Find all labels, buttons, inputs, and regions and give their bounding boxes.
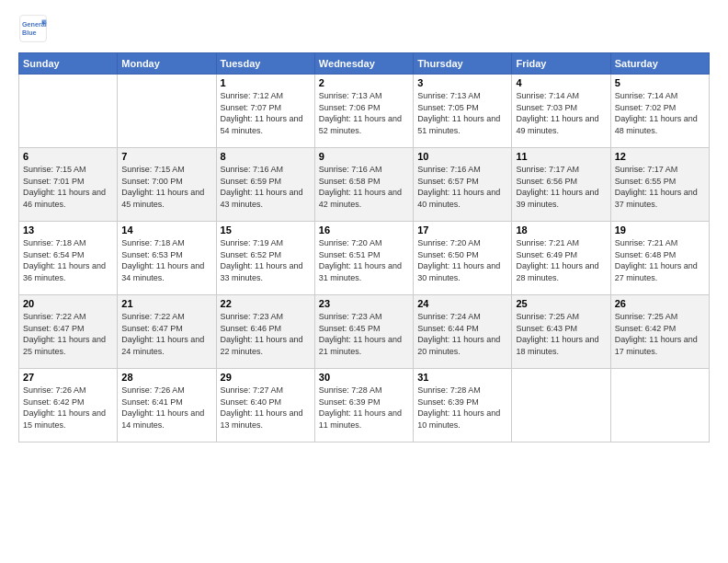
calendar-cell: 30Sunrise: 7:28 AMSunset: 6:39 PMDayligh… (314, 369, 413, 442)
weekday-header: Sunday (19, 53, 118, 75)
calendar-cell: 25Sunrise: 7:25 AMSunset: 6:43 PMDayligh… (512, 295, 610, 369)
cell-info: Sunrise: 7:12 AMSunset: 7:07 PMDaylight:… (221, 90, 311, 136)
cell-day-number: 22 (221, 298, 311, 309)
cell-info: Sunrise: 7:14 AMSunset: 7:02 PMDaylight:… (615, 90, 705, 136)
cell-day-number: 8 (221, 151, 311, 162)
calendar-week-row: 13Sunrise: 7:18 AMSunset: 6:54 PMDayligh… (19, 222, 710, 295)
cell-day-number: 6 (23, 151, 113, 162)
calendar-cell (610, 369, 709, 442)
calendar-cell: 6Sunrise: 7:15 AMSunset: 7:01 PMDaylight… (19, 148, 118, 222)
calendar-cell (19, 75, 118, 148)
cell-info: Sunrise: 7:26 AMSunset: 6:41 PMDaylight:… (121, 385, 211, 431)
calendar-cell: 19Sunrise: 7:21 AMSunset: 6:48 PMDayligh… (610, 222, 709, 295)
calendar-cell (118, 75, 216, 148)
header: General Blue (18, 14, 710, 43)
calendar-cell: 13Sunrise: 7:18 AMSunset: 6:54 PMDayligh… (19, 222, 118, 295)
svg-text:Blue: Blue (22, 29, 37, 37)
cell-day-number: 20 (23, 298, 113, 309)
cell-info: Sunrise: 7:22 AMSunset: 6:47 PMDaylight:… (121, 311, 211, 357)
cell-info: Sunrise: 7:28 AMSunset: 6:39 PMDaylight:… (417, 385, 507, 431)
cell-info: Sunrise: 7:20 AMSunset: 6:50 PMDaylight:… (417, 237, 507, 283)
weekday-header: Thursday (414, 53, 512, 75)
cell-day-number: 9 (319, 151, 409, 162)
cell-day-number: 1 (221, 77, 311, 88)
cell-day-number: 26 (615, 298, 705, 309)
cell-day-number: 25 (516, 298, 606, 309)
cell-day-number: 31 (417, 372, 507, 383)
logo: General Blue (18, 14, 51, 43)
cell-info: Sunrise: 7:21 AMSunset: 6:48 PMDaylight:… (615, 237, 705, 283)
weekday-header: Friday (512, 53, 610, 75)
cell-info: Sunrise: 7:25 AMSunset: 6:43 PMDaylight:… (516, 311, 606, 357)
calendar-cell: 28Sunrise: 7:26 AMSunset: 6:41 PMDayligh… (118, 369, 216, 442)
cell-info: Sunrise: 7:19 AMSunset: 6:52 PMDaylight:… (221, 237, 311, 283)
cell-day-number: 15 (221, 224, 311, 236)
cell-info: Sunrise: 7:27 AMSunset: 6:40 PMDaylight:… (221, 385, 311, 431)
calendar-cell: 24Sunrise: 7:24 AMSunset: 6:44 PMDayligh… (414, 295, 512, 369)
calendar-cell: 16Sunrise: 7:20 AMSunset: 6:51 PMDayligh… (314, 222, 413, 295)
calendar-cell: 29Sunrise: 7:27 AMSunset: 6:40 PMDayligh… (216, 369, 314, 442)
calendar-week-row: 6Sunrise: 7:15 AMSunset: 7:01 PMDaylight… (19, 148, 710, 222)
calendar-cell: 20Sunrise: 7:22 AMSunset: 6:47 PMDayligh… (19, 295, 118, 369)
cell-day-number: 27 (23, 372, 113, 383)
cell-info: Sunrise: 7:13 AMSunset: 7:06 PMDaylight:… (319, 90, 409, 136)
calendar-week-row: 20Sunrise: 7:22 AMSunset: 6:47 PMDayligh… (19, 295, 710, 369)
cell-day-number: 29 (221, 372, 311, 383)
cell-day-number: 30 (319, 372, 409, 383)
cell-day-number: 10 (417, 151, 507, 162)
calendar-cell: 22Sunrise: 7:23 AMSunset: 6:46 PMDayligh… (216, 295, 314, 369)
calendar-week-row: 1Sunrise: 7:12 AMSunset: 7:07 PMDaylight… (19, 75, 710, 148)
cell-info: Sunrise: 7:16 AMSunset: 6:57 PMDaylight:… (417, 164, 507, 210)
calendar-cell: 18Sunrise: 7:21 AMSunset: 6:49 PMDayligh… (512, 222, 610, 295)
calendar-cell: 23Sunrise: 7:23 AMSunset: 6:45 PMDayligh… (314, 295, 413, 369)
cell-info: Sunrise: 7:20 AMSunset: 6:51 PMDaylight:… (319, 237, 409, 283)
calendar-week-row: 27Sunrise: 7:26 AMSunset: 6:42 PMDayligh… (19, 369, 710, 442)
cell-info: Sunrise: 7:17 AMSunset: 6:56 PMDaylight:… (516, 164, 606, 210)
cell-day-number: 18 (516, 224, 606, 236)
cell-info: Sunrise: 7:15 AMSunset: 7:01 PMDaylight:… (23, 164, 113, 210)
page: General Blue SundayMondayTuesdayWednesda… (0, 0, 728, 563)
calendar-cell: 7Sunrise: 7:15 AMSunset: 7:00 PMDaylight… (118, 148, 216, 222)
calendar-cell: 1Sunrise: 7:12 AMSunset: 7:07 PMDaylight… (216, 75, 314, 148)
cell-info: Sunrise: 7:16 AMSunset: 6:58 PMDaylight:… (319, 164, 409, 210)
calendar-cell: 3Sunrise: 7:13 AMSunset: 7:05 PMDaylight… (414, 75, 512, 148)
cell-info: Sunrise: 7:24 AMSunset: 6:44 PMDaylight:… (417, 311, 507, 357)
calendar-cell: 4Sunrise: 7:14 AMSunset: 7:03 PMDaylight… (512, 75, 610, 148)
calendar-cell: 8Sunrise: 7:16 AMSunset: 6:59 PMDaylight… (216, 148, 314, 222)
cell-info: Sunrise: 7:16 AMSunset: 6:59 PMDaylight:… (221, 164, 311, 210)
cell-day-number: 11 (516, 151, 606, 162)
cell-day-number: 16 (319, 224, 409, 236)
logo-icon: General Blue (18, 14, 48, 43)
cell-day-number: 28 (121, 372, 211, 383)
cell-day-number: 24 (417, 298, 507, 309)
cell-info: Sunrise: 7:17 AMSunset: 6:55 PMDaylight:… (615, 164, 705, 210)
weekday-header-row: SundayMondayTuesdayWednesdayThursdayFrid… (19, 53, 710, 75)
cell-info: Sunrise: 7:25 AMSunset: 6:42 PMDaylight:… (615, 311, 705, 357)
calendar-cell: 21Sunrise: 7:22 AMSunset: 6:47 PMDayligh… (118, 295, 216, 369)
cell-day-number: 12 (615, 151, 705, 162)
cell-info: Sunrise: 7:22 AMSunset: 6:47 PMDaylight:… (23, 311, 113, 357)
weekday-header: Monday (118, 53, 216, 75)
cell-day-number: 21 (121, 298, 211, 309)
cell-info: Sunrise: 7:14 AMSunset: 7:03 PMDaylight:… (516, 90, 606, 136)
calendar-cell: 27Sunrise: 7:26 AMSunset: 6:42 PMDayligh… (19, 369, 118, 442)
weekday-header: Tuesday (216, 53, 314, 75)
cell-day-number: 23 (319, 298, 409, 309)
calendar-cell: 12Sunrise: 7:17 AMSunset: 6:55 PMDayligh… (610, 148, 709, 222)
cell-day-number: 5 (615, 77, 705, 88)
cell-day-number: 2 (319, 77, 409, 88)
calendar-cell: 10Sunrise: 7:16 AMSunset: 6:57 PMDayligh… (414, 148, 512, 222)
cell-day-number: 7 (121, 151, 211, 162)
cell-info: Sunrise: 7:28 AMSunset: 6:39 PMDaylight:… (319, 385, 409, 431)
cell-day-number: 14 (121, 224, 211, 236)
calendar-cell: 14Sunrise: 7:18 AMSunset: 6:53 PMDayligh… (118, 222, 216, 295)
calendar-cell: 26Sunrise: 7:25 AMSunset: 6:42 PMDayligh… (610, 295, 709, 369)
cell-day-number: 19 (615, 224, 705, 236)
calendar-cell (512, 369, 610, 442)
cell-info: Sunrise: 7:26 AMSunset: 6:42 PMDaylight:… (23, 385, 113, 431)
calendar-cell: 9Sunrise: 7:16 AMSunset: 6:58 PMDaylight… (314, 148, 413, 222)
calendar-cell: 31Sunrise: 7:28 AMSunset: 6:39 PMDayligh… (414, 369, 512, 442)
calendar-cell: 17Sunrise: 7:20 AMSunset: 6:50 PMDayligh… (414, 222, 512, 295)
calendar-cell: 11Sunrise: 7:17 AMSunset: 6:56 PMDayligh… (512, 148, 610, 222)
cell-info: Sunrise: 7:23 AMSunset: 6:45 PMDaylight:… (319, 311, 409, 357)
